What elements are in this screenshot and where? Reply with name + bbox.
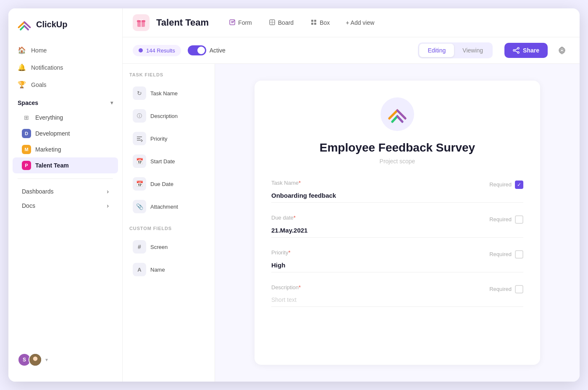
share-button[interactable]: Share xyxy=(504,43,548,58)
dashboards-label: Dashboards xyxy=(22,188,54,195)
spaces-chevron-icon: ▾ xyxy=(110,100,113,106)
content-area: TASK FIELDS ↻ Task Name ⓘ Description xyxy=(123,64,580,382)
form-tab-icon xyxy=(229,19,236,27)
spaces-header[interactable]: Spaces ▾ xyxy=(8,94,122,110)
field-screen[interactable]: # Screen xyxy=(129,236,208,258)
form-task-name-value[interactable]: Onboarding feedback xyxy=(271,192,523,203)
board-tab-label: Board xyxy=(278,19,294,26)
nav-notifications-label: Notifications xyxy=(31,64,63,71)
fields-panel: TASK FIELDS ↻ Task Name ⓘ Description xyxy=(123,64,215,382)
trophy-icon: 🏆 xyxy=(18,81,26,89)
nav-home-label: Home xyxy=(31,47,47,54)
add-view-button[interactable]: + Add view xyxy=(340,16,380,29)
form-logo-bg xyxy=(381,97,414,131)
required-text-3: Required xyxy=(489,251,512,257)
form-due-date-value[interactable]: 21.May.2021 xyxy=(271,227,523,238)
everything-label: Everything xyxy=(35,114,63,121)
field-priority[interactable]: Priority xyxy=(129,128,208,149)
avatar-dropdown-icon[interactable]: ▾ xyxy=(45,357,48,363)
field-name[interactable]: A Name xyxy=(129,259,208,280)
required-toggle-3: Required xyxy=(489,250,523,259)
gift-box-icon xyxy=(136,18,146,28)
form-field-priority-header: Priority* Required xyxy=(271,249,523,259)
form-card: Employee Feedback Survey Project scope T… xyxy=(255,81,540,365)
sidebar-item-development[interactable]: D Development xyxy=(13,126,118,141)
avatar-2 xyxy=(29,353,42,366)
results-bubble-icon xyxy=(139,48,143,52)
form-field-priority: Priority* Required High xyxy=(271,249,523,272)
required-checkbox-3[interactable] xyxy=(515,250,523,259)
description-label: Description xyxy=(150,113,178,119)
form-description-label: Description* xyxy=(271,284,301,291)
marketing-badge: M xyxy=(22,145,31,154)
sidebar-item-dashboards[interactable]: Dashboards › xyxy=(13,185,118,198)
task-fields-title: TASK FIELDS xyxy=(129,72,208,77)
form-tab-label: Form xyxy=(238,19,252,26)
tab-box[interactable]: Box xyxy=(304,16,336,30)
box-tab-icon xyxy=(310,19,317,27)
start-date-label: Start Date xyxy=(150,158,175,165)
home-icon: 🏠 xyxy=(18,46,26,54)
development-label: Development xyxy=(35,130,70,137)
field-task-name[interactable]: ↻ Task Name xyxy=(129,82,208,104)
form-priority-value[interactable]: High xyxy=(271,262,523,272)
results-badge[interactable]: 144 Results xyxy=(133,45,181,56)
nav-goals[interactable]: 🏆 Goals xyxy=(13,76,118,93)
svg-point-15 xyxy=(517,47,519,49)
active-toggle-group: Active xyxy=(188,45,226,55)
share-icon xyxy=(513,47,520,54)
sidebar-item-everything[interactable]: ⊞ Everything xyxy=(13,110,118,126)
docs-label: Docs xyxy=(22,202,35,209)
task-name-label: Task Name xyxy=(150,90,178,97)
dashboards-chevron-icon: › xyxy=(107,188,109,195)
description-icon: ⓘ xyxy=(133,109,146,123)
field-attachment[interactable]: 📎 Attachment xyxy=(129,196,208,217)
required-star-3: * xyxy=(288,249,290,256)
required-toggle-4: Required xyxy=(489,285,523,293)
field-due-date[interactable]: 📅 Due Date xyxy=(129,173,208,195)
svg-point-20 xyxy=(561,49,563,52)
development-badge: D xyxy=(22,129,31,138)
talent-team-label: Talent Team xyxy=(35,162,69,169)
sidebar-item-talent-team[interactable]: P Talent Team xyxy=(13,157,118,173)
nav-notifications[interactable]: 🔔 Notifications xyxy=(13,59,118,76)
form-subtitle: Project scope xyxy=(271,158,523,165)
form-task-name-label: Task Name* xyxy=(271,180,301,186)
required-checkbox-1[interactable]: ✓ xyxy=(515,181,523,189)
tab-board[interactable]: Board xyxy=(262,16,300,30)
sidebar-item-docs[interactable]: Docs › xyxy=(13,199,118,212)
form-priority-label: Priority* xyxy=(271,249,291,256)
field-start-date[interactable]: 📅 Start Date xyxy=(129,150,208,172)
editing-button[interactable]: Editing xyxy=(419,44,454,57)
active-toggle[interactable] xyxy=(188,45,206,55)
settings-button[interactable] xyxy=(554,43,570,58)
form-description-placeholder[interactable]: Short text xyxy=(271,296,523,307)
viewing-button[interactable]: Viewing xyxy=(454,44,491,57)
toolbar: 144 Results Active Editing Viewing Share xyxy=(123,37,580,64)
tab-form[interactable]: Form xyxy=(222,16,259,30)
required-checkbox-2[interactable] xyxy=(515,215,523,224)
workspace-title: Talent Team xyxy=(156,17,209,28)
gear-icon xyxy=(558,46,566,55)
main-content: Talent Team Form xyxy=(123,8,580,382)
field-description[interactable]: ⓘ Description xyxy=(129,105,208,127)
bell-icon: 🔔 xyxy=(18,63,26,71)
name-icon: A xyxy=(133,263,146,276)
active-label: Active xyxy=(210,47,226,54)
required-text-2: Required xyxy=(489,216,512,222)
required-checkbox-4[interactable] xyxy=(515,285,523,293)
required-toggle-1: Required ✓ xyxy=(489,181,523,189)
sidebar: ClickUp 🏠 Home 🔔 Notifications 🏆 Goals S… xyxy=(8,8,123,382)
share-label: Share xyxy=(523,47,539,54)
svg-point-16 xyxy=(513,50,515,51)
task-name-icon: ↻ xyxy=(133,86,146,100)
required-text-4: Required xyxy=(489,286,512,292)
start-date-icon: 📅 xyxy=(133,154,146,168)
avatar-group[interactable]: S xyxy=(18,353,42,366)
edit-view-toggle: Editing Viewing xyxy=(418,42,493,58)
nav-home[interactable]: 🏠 Home xyxy=(13,42,118,58)
form-field-description-header: Description* Required xyxy=(271,284,523,294)
sidebar-item-marketing[interactable]: M Marketing xyxy=(13,141,118,157)
app-name: ClickUp xyxy=(36,20,67,29)
attachment-label: Attachment xyxy=(150,204,178,210)
